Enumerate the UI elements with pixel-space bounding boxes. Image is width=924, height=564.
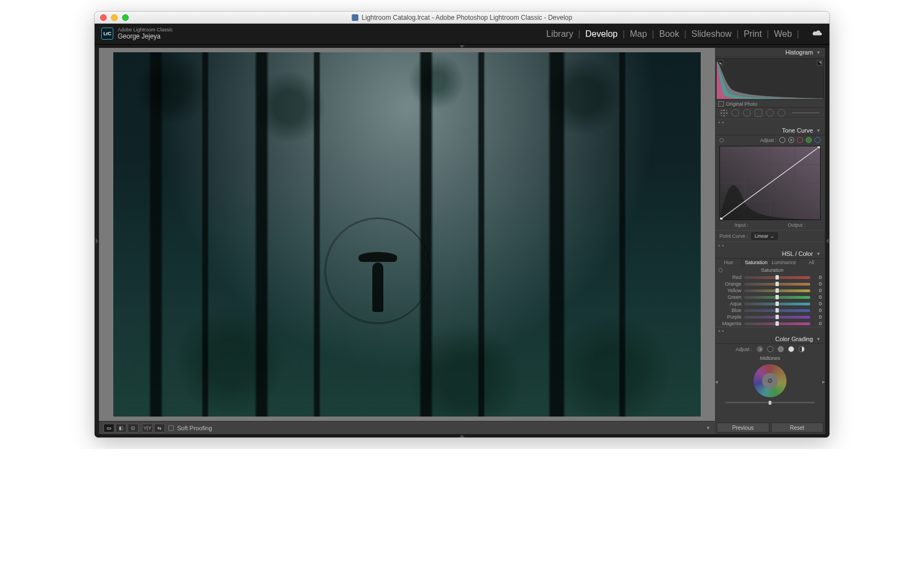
hsl-tab-all[interactable]: All [798,259,825,266]
maximize-window-icon[interactable] [122,14,129,21]
toolbar-options-icon[interactable]: ▼ [706,425,711,431]
original-photo-checkbox[interactable] [718,101,724,107]
hsl-label: Yellow [718,288,741,293]
hsl-slider-purple[interactable] [744,316,810,319]
cg-luminance-slider[interactable] [725,402,815,403]
svg-rect-9 [817,146,820,149]
color-grading-header[interactable]: Color Grading▼ [715,335,825,344]
soft-proofing-checkbox[interactable] [168,425,174,431]
left-panel-collapse[interactable] [95,48,99,434]
hsl-label: Magenta [718,321,741,326]
blue-channel-icon[interactable] [815,137,821,143]
hsl-tab-hue[interactable]: Hue [715,259,743,266]
point-curve-row: Point Curve : Linear ⌄ [715,230,825,242]
panel-switch-strip-2[interactable] [715,242,825,249]
redeye-tool-icon[interactable] [743,109,751,117]
hsl-row-purple: Purple0 [715,314,825,320]
hsl-tab-luminance[interactable]: Luminance [771,259,798,266]
right-panel-collapse[interactable] [825,48,829,434]
targeted-adjust-icon[interactable] [719,138,724,143]
cg-adjust-row: Adjust : [715,344,825,354]
before-after-tb-button[interactable]: ⊟ [128,424,139,432]
identity-plate: LrC Adobe Lightroom Classic George Jejey… [101,28,173,40]
identity-plate-bar: LrC Adobe Lightroom Classic George Jejey… [95,24,829,45]
cg-global-icon[interactable] [799,346,805,352]
previous-button[interactable]: Previous [717,423,769,432]
filmstrip-grip[interactable] [95,434,829,437]
tc-output-label: Output : [788,222,805,228]
module-library[interactable]: Library [546,29,573,39]
image-canvas[interactable] [99,48,715,421]
parametric-curve-icon[interactable] [779,137,785,143]
loupe-view-button[interactable]: ▭ [103,424,114,432]
hsl-value: 0 [813,321,822,326]
photo-preview [113,52,701,417]
hsl-slider-yellow[interactable] [744,289,810,292]
hsl-row-aqua: Aqua0 [715,300,825,307]
hsl-value: 0 [813,288,822,293]
hsl-row-orange: Orange0 [715,281,825,287]
hsl-value: 0 [813,275,822,280]
cg-3way-icon[interactable] [757,346,763,352]
tone-curve-graph[interactable] [719,146,821,220]
radial-filter-icon[interactable] [778,109,785,117]
panel-switch-strip-1[interactable] [715,118,825,126]
cg-midtones-icon[interactable] [778,346,784,352]
yy-view-button[interactable]: Y|Y [142,424,153,432]
module-slideshow[interactable]: Slideshow [691,29,732,39]
hsl-slider-red[interactable] [744,276,810,279]
masking-tool-icon[interactable] [755,109,762,117]
tone-curve-adjust-row: Adjust : [715,135,825,145]
module-map[interactable]: Map [630,29,647,39]
tone-curve-header[interactable]: Tone Curve▼ [715,126,825,135]
reset-button[interactable]: Reset [771,423,824,432]
svg-rect-8 [720,217,723,220]
hsl-tab-saturation[interactable]: Saturation [743,259,770,266]
panel-switch-strip-3[interactable] [715,327,825,335]
hsl-row-red: Red0 [715,274,825,281]
point-curve-select[interactable]: Linear ⌄ [751,232,778,240]
before-after-lr-button[interactable]: ◧ [116,424,127,432]
module-develop[interactable]: Develop [585,29,618,39]
hsl-slider-blue[interactable] [744,309,810,312]
module-book[interactable]: Book [659,29,679,39]
radial-mask-overlay[interactable] [326,218,430,323]
hsl-slider-aqua[interactable] [744,303,810,305]
document-icon [352,14,359,21]
histogram-header[interactable]: Histogram▼ [715,48,825,57]
hsl-slider-green[interactable] [744,296,810,299]
hsl-value: 0 [813,314,822,320]
module-web[interactable]: Web [774,29,792,39]
point-curve-icon[interactable] [788,137,794,143]
hsl-header[interactable]: HSL / Color▼ [715,249,825,259]
hsl-slider-magenta[interactable] [744,322,810,325]
cg-wheel-label: Midtones [715,354,825,362]
close-window-icon[interactable] [100,14,107,21]
hsl-value: 0 [813,294,822,300]
titlebar: Lightroom Catalog.lrcat - Adobe Photosho… [95,12,829,24]
tool-size-slider[interactable] [792,112,820,113]
hsl-slider-orange[interactable] [744,283,810,286]
spot-removal-icon[interactable] [732,109,739,117]
cg-highlights-icon[interactable] [788,346,794,352]
green-channel-icon[interactable] [806,137,812,143]
crop-tool-icon[interactable] [720,109,728,117]
histogram[interactable]: ◣ ◥ [716,58,824,100]
right-panel: Histogram▼ ◣ ◥ Original Photo [715,48,825,434]
hsl-targeted-adjust-icon[interactable] [718,268,723,272]
cg-prev-icon[interactable]: ◂ [715,379,718,385]
module-print[interactable]: Print [744,29,762,39]
window-title: Lightroom Catalog.lrcat - Adobe Photosho… [352,14,573,21]
user-name-label: George Jejeya [118,33,173,40]
yy-swap-button[interactable]: ⇆ [154,424,165,432]
cg-color-wheel[interactable] [754,364,787,397]
cloud-sync-icon[interactable] [804,29,823,39]
cg-shadows-icon[interactable] [767,346,773,352]
hsl-row-magenta: Magenta0 [715,320,825,327]
red-channel-icon[interactable] [797,137,803,143]
minimize-window-icon[interactable] [111,14,118,21]
graduated-filter-icon[interactable] [766,109,774,117]
module-picker: Library|Develop|Map|Book|Slideshow|Print… [546,29,823,39]
original-photo-row[interactable]: Original Photo [715,101,825,107]
hsl-row-blue: Blue0 [715,307,825,314]
